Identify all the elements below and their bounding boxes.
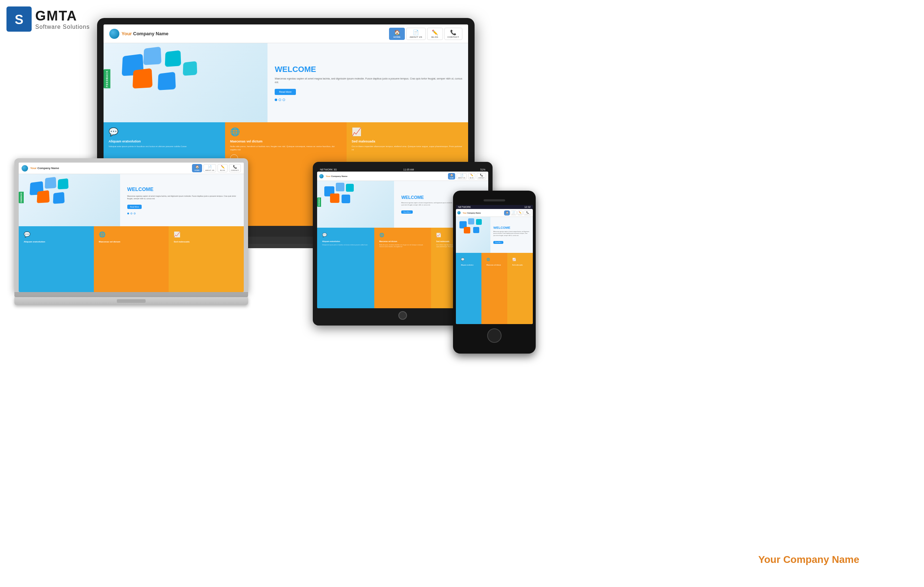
ph-feat-icon-3: 📈 [512,258,528,261]
desktop-read-more-button[interactable]: Read More [275,89,296,95]
desktop-hero-content: WELCOME Maecenas egestas sapien sit amet… [267,43,468,122]
phone-site-mockup: Your Company Name 🏠 HOME 📄 ABOU [456,209,533,324]
phone-features: 💬 Aliquam enolution 🌐 Maecenas vel dictu… [456,253,533,324]
t-tile-3 [330,193,339,203]
laptop-logo-rest: Company Name [37,167,59,170]
laptop-read-more-button[interactable]: Read More [127,205,142,209]
phone-feature-2: 🌐 Maecenas vel dictum [482,253,507,324]
tablet-home-button[interactable] [398,311,407,320]
tablet-feature-1: 💬 Aliquam eratvolution Volutpat ante ips… [317,228,374,308]
gmta-sub: Software Solutions [35,24,89,30]
tablet-nav-home[interactable]: 🏠 HOME [448,173,455,180]
desktop-carousel-dots [275,99,462,101]
laptop-trackpad [117,299,145,303]
l-tile-3 [37,190,50,203]
phone-home-button[interactable] [487,328,502,343]
laptop-hero-title: WELCOME [127,186,238,192]
t-feat-icon-1: 💬 [322,233,369,237]
ph-feat-icon-1: 💬 [461,258,476,261]
phone-nav-home[interactable]: 🏠 HOME [504,210,510,215]
phone-read-more-button[interactable]: Read More [493,241,503,244]
tablet-feedback-tab[interactable]: FEEDBACK [317,197,321,207]
laptop-feature-3: 📈 Sed malesuada [168,226,244,292]
ph-feat-title-2: Maecenas vel dictum [487,264,502,266]
laptop-about-icon: 📄 [208,165,212,169]
feature-title-3: Sed malesuada [351,140,463,143]
nav-blog[interactable]: ✏️ BLOG [427,28,443,40]
tile-3 [133,68,153,89]
t-feat-title-2: Maecenas vel dictum [379,240,426,242]
ph-feat-icon-2: 🌐 [487,258,502,261]
tile-5 [158,72,176,90]
desktop-hero: FEEDBACK WELCOME Maecenas egestas sapien… [104,43,468,122]
t-tile-5 [342,195,350,203]
tablet-read-more-button[interactable]: Read More [401,210,413,214]
phone-time: 12:32 [524,206,531,208]
feature-icon-1: 💬 [109,127,220,137]
phone-speaker [483,199,505,202]
t-feat-text-2: Nulla odio purus, hendrerit ut facilisis… [379,244,426,248]
ph-tile-4 [476,219,482,225]
feedback-tab[interactable]: FEEDBACK [104,69,111,88]
ph-feat-title-3: Sed malesuada [512,264,528,266]
phone-nav-blog[interactable]: ✏️ BLOG [517,210,523,215]
nav-about[interactable]: 📄 ABOUT US [406,28,425,40]
phone-network: NETWORK [458,206,471,208]
laptop-nav-blog[interactable]: ✏️ BLOG [218,164,228,172]
nav-blog-label: BLOG [431,36,438,38]
phone-feature-3: 📈 Sed malesuada [507,253,533,324]
laptop-dot-3[interactable] [134,213,135,214]
laptop-screen: Your Company Name 🏠 HOME 📄 ABOU [19,162,244,292]
tile-6 [183,61,197,76]
nav-contact-label: CONTACT [448,36,459,38]
laptop-dot-1[interactable] [127,213,129,214]
nav-contact[interactable]: 📞 CONTACT [444,28,462,40]
tablet-contact-icon: 📞 [480,174,483,177]
laptop-dot-2[interactable] [130,213,132,214]
nav-home[interactable]: 🏠 HOME [389,28,405,40]
tile-4 [165,50,181,67]
tablet-nav-contact[interactable]: 📞 CONTACT [477,173,486,180]
tablet-about-icon: 📄 [460,174,464,177]
phone-status-bar: NETWORK 12:32 [456,205,533,209]
t-tile-2 [336,183,345,191]
gmta-logo-icon: S [7,7,31,31]
phone-screen: Your Company Name 🏠 HOME 📄 ABOU [456,209,533,324]
phone-site-nav: 🏠 HOME 📄 ABOUT ✏️ BLOG [504,210,531,215]
l-tile-4 [58,179,68,190]
phone-nav-about[interactable]: 📄 ABOUT [510,210,516,215]
desktop-site-nav: 🏠 HOME 📄 ABOUT US ✏️ BLOG [389,28,462,40]
about-icon: 📄 [413,30,419,35]
laptop-nav-home[interactable]: 🏠 HOME [192,164,202,172]
laptop-blog-icon: ✏️ [221,165,225,169]
tablet-nav-about[interactable]: 📄 ABOUT US [457,173,467,180]
laptop-bottom [14,297,248,305]
desktop-logo-globe [109,29,119,39]
phone-frame: NETWORK 12:32 Your Company Name [453,191,536,354]
tile-2 [144,47,162,65]
phone-nav-contact[interactable]: 📞 CONTACT [523,210,531,215]
dot-3[interactable] [282,99,285,101]
nav-home-label: HOME [393,36,401,38]
dot-2[interactable] [279,99,281,101]
laptop-feat-title-3: Sed malesuada [174,241,239,243]
t-feat-title-1: Aliquam eratvolution [322,240,369,242]
phone-home-icon: 🏠 [506,211,508,214]
dot-1[interactable] [275,99,277,101]
laptop-feedback-tab[interactable]: FEEDBACK [19,192,24,203]
feature-icon-3: 📈 [351,127,463,137]
phone-site-header: Your Company Name 🏠 HOME 📄 ABOU [456,209,533,217]
tablet-nav-blog[interactable]: ✏️ BLOG [468,173,475,180]
laptop-hero-image: FEEDBACK [19,174,120,226]
ph-tile-5 [473,227,479,233]
tablet-site-logo: Your Company Name [319,174,347,179]
laptop-nav-contact[interactable]: 📞 CONTACT [229,164,241,172]
laptop-site-logo: Your Company Name [21,165,59,172]
feature-title-1: Aliquam eratvolution [109,140,220,143]
laptop-logo-highlight: Your [30,167,37,170]
laptop-home-icon: 🏠 [195,165,199,169]
laptop-logo-name: Your Company Name [30,167,59,170]
feature-text-1: Volutpat ante ipsum primis in faucibus o… [109,145,220,148]
laptop-nav-about[interactable]: 📄 ABOUT US [203,164,216,172]
laptop-hero-text: Maecenas egestas sapien sit amet magna l… [127,195,238,200]
